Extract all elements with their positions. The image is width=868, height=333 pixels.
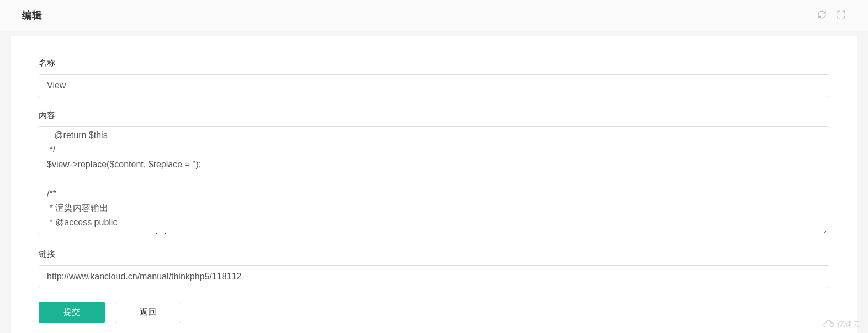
name-input[interactable] [39,74,829,97]
refresh-icon[interactable] [817,10,827,21]
content-textarea[interactable] [39,126,829,234]
fullscreen-icon[interactable] [837,10,846,21]
cloud-icon [823,319,835,330]
back-button[interactable]: 返回 [115,302,181,323]
link-input[interactable] [39,265,829,288]
form-panel: 名称 内容 链接 提交 返回 [11,36,857,333]
name-label: 名称 [39,58,829,68]
submit-button[interactable]: 提交 [39,302,105,323]
form-group-link: 链接 [39,249,829,288]
watermark-text: 亿速云 [837,320,860,330]
link-label: 链接 [39,249,829,260]
header-actions [817,10,846,21]
content-label: 内容 [39,110,829,121]
form-group-content: 内容 [39,110,829,236]
watermark: 亿速云 [823,319,860,330]
form-group-name: 名称 [39,58,829,97]
button-row: 提交 返回 [39,302,829,323]
page-title: 编辑 [22,9,42,22]
page-header: 编辑 [0,0,868,31]
